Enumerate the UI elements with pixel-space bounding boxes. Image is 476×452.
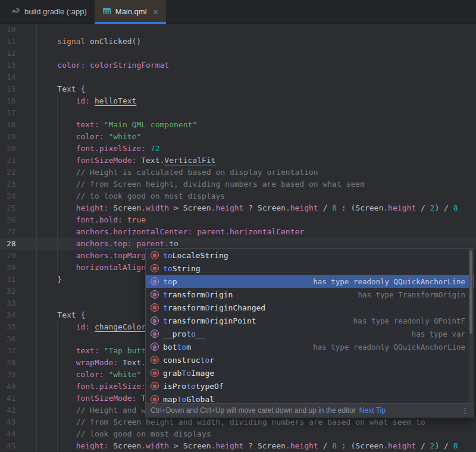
code-row[interactable]: 19 color: "white" bbox=[0, 131, 476, 143]
code-row[interactable]: 44 // look good on most displays bbox=[0, 428, 476, 440]
line-number[interactable]: 33 bbox=[0, 297, 37, 309]
code-line-text: fontSizeMode: Te bbox=[37, 393, 151, 404]
line-number[interactable]: 30 bbox=[0, 262, 37, 274]
completion-item[interactable]: mtoLocaleString bbox=[146, 249, 474, 262]
code-line-text: Text { bbox=[37, 83, 85, 95]
tab-build-gradle[interactable]: build.gradle (:app) bbox=[4, 0, 95, 23]
code-line-text: color: "white" bbox=[37, 131, 141, 143]
line-number[interactable]: 20 bbox=[0, 143, 37, 155]
code-row[interactable]: 12 bbox=[0, 48, 476, 59]
completion-footer: Ctrl+Down and Ctrl+Up will move caret do… bbox=[146, 403, 474, 417]
completion-type-hint: has type readonly QPointF bbox=[346, 316, 465, 325]
completion-item[interactable]: mmapToGlobal bbox=[146, 393, 474, 403]
completion-label: bottom bbox=[163, 343, 191, 351]
code-row[interactable]: 16 id: helloText bbox=[0, 95, 476, 107]
popup-scrollbar-thumb[interactable] bbox=[469, 250, 472, 334]
line-number[interactable]: 31 bbox=[0, 274, 37, 285]
code-line-text: // Height and wi bbox=[37, 404, 151, 416]
close-icon[interactable]: × bbox=[154, 8, 158, 16]
line-number[interactable]: 45 bbox=[0, 440, 37, 452]
code-line-text: // from Screen height, dividing numbers … bbox=[37, 178, 365, 190]
method-icon: m bbox=[151, 369, 159, 377]
popup-scrollbar[interactable] bbox=[469, 249, 473, 403]
completion-item[interactable]: mconstructor bbox=[146, 353, 474, 366]
line-number[interactable]: 29 bbox=[0, 250, 37, 262]
code-row[interactable]: 13 color: colorStringFormat bbox=[0, 59, 476, 71]
code-row[interactable]: 14 bbox=[0, 71, 476, 83]
completion-label: isPrototypeOf bbox=[163, 382, 224, 391]
line-number[interactable]: 11 bbox=[0, 36, 37, 48]
line-number[interactable]: 25 bbox=[0, 202, 37, 214]
code-row[interactable]: 45 height: Screen.width > Screen.height … bbox=[0, 440, 476, 452]
code-row[interactable]: 25 height: Screen.width > Screen.height … bbox=[0, 202, 476, 214]
completion-item[interactable]: mgrabToImage bbox=[146, 366, 474, 379]
line-number[interactable]: 37 bbox=[0, 345, 37, 357]
code-row[interactable]: 17 bbox=[0, 107, 476, 119]
indent-guide bbox=[57, 95, 58, 274]
line-number[interactable]: 13 bbox=[0, 59, 37, 71]
code-row[interactable]: 23 // from Screen height, dividing numbe… bbox=[0, 178, 476, 190]
code-row[interactable]: 24 // to look good on most displays bbox=[0, 190, 476, 202]
tab-label: Main.qml bbox=[115, 7, 147, 16]
code-row[interactable]: 26 font.bold: true bbox=[0, 214, 476, 226]
line-number[interactable]: 36 bbox=[0, 333, 37, 345]
completion-label: toString bbox=[163, 264, 201, 273]
line-number[interactable]: 42 bbox=[0, 404, 37, 416]
completion-item[interactable]: ptransformOriginhas type TransformOrigin bbox=[146, 288, 474, 301]
line-number[interactable]: 26 bbox=[0, 214, 37, 226]
line-number[interactable]: 10 bbox=[0, 24, 37, 36]
method-icon: m bbox=[151, 395, 159, 403]
code-line-text bbox=[37, 285, 39, 297]
code-row[interactable]: 43 // from Screen height and width, divi… bbox=[0, 416, 476, 428]
completion-item[interactable]: p__proto__has type var bbox=[146, 327, 474, 340]
line-number[interactable]: 34 bbox=[0, 309, 37, 321]
line-number[interactable]: 40 bbox=[0, 381, 37, 393]
line-number[interactable]: 27 bbox=[0, 226, 37, 238]
code-line-text bbox=[37, 24, 39, 36]
line-number[interactable]: 39 bbox=[0, 369, 37, 381]
line-number[interactable]: 38 bbox=[0, 357, 37, 369]
code-line-text: text: "Main QML component" bbox=[37, 119, 197, 131]
code-row[interactable]: 20 font.pixelSize: 72 bbox=[0, 143, 476, 155]
line-number[interactable]: 23 bbox=[0, 178, 37, 190]
completion-item[interactable]: ptophas type readonly QQuickAnchorLine bbox=[146, 275, 474, 288]
code-row[interactable]: 18 text: "Main QML component" bbox=[0, 119, 476, 131]
completion-item[interactable]: mtoString bbox=[146, 262, 474, 275]
line-number[interactable]: 22 bbox=[0, 167, 37, 178]
line-number[interactable]: 21 bbox=[0, 155, 37, 167]
code-line-text: // Height is calculated based on display… bbox=[37, 167, 318, 178]
line-number[interactable]: 12 bbox=[0, 48, 37, 59]
line-number[interactable]: 43 bbox=[0, 416, 37, 428]
line-number[interactable]: 35 bbox=[0, 321, 37, 333]
line-number[interactable]: 17 bbox=[0, 107, 37, 119]
line-number[interactable]: 15 bbox=[0, 83, 37, 95]
code-row[interactable]: 10 bbox=[0, 24, 476, 36]
line-number[interactable]: 32 bbox=[0, 285, 37, 297]
code-row[interactable]: 22 // Height is calculated based on disp… bbox=[0, 167, 476, 178]
completion-item[interactable]: misPrototypeOf bbox=[146, 379, 474, 393]
completion-item[interactable]: pbottomhas type readonly QQuickAnchorLin… bbox=[146, 340, 474, 353]
line-number[interactable]: 18 bbox=[0, 119, 37, 131]
line-number[interactable]: 16 bbox=[0, 95, 37, 107]
code-row[interactable]: 11 signal onClicked() bbox=[0, 36, 476, 48]
code-row[interactable]: 21 fontSizeMode: Text.VerticalFit bbox=[0, 155, 476, 167]
completion-popup: mtoLocaleStringmtoStringptophas type rea… bbox=[145, 248, 474, 418]
line-number[interactable]: 28 bbox=[0, 238, 37, 250]
line-number[interactable]: 19 bbox=[0, 131, 37, 143]
line-number[interactable]: 41 bbox=[0, 393, 37, 404]
code-line-text bbox=[37, 71, 39, 83]
completion-item[interactable]: mtransformOriginChanged bbox=[146, 301, 474, 314]
qml-file-icon bbox=[102, 7, 111, 17]
completion-label: constructor bbox=[163, 356, 214, 365]
completion-label: __proto__ bbox=[163, 329, 205, 338]
tab-main-qml[interactable]: Main.qml × bbox=[95, 0, 166, 23]
line-number[interactable]: 44 bbox=[0, 428, 37, 440]
completion-item[interactable]: ptransformOriginPointhas type readonly Q… bbox=[146, 314, 474, 327]
kebab-menu-icon[interactable]: ⋮ bbox=[461, 406, 469, 415]
next-tip-link[interactable]: Next Tip bbox=[359, 406, 386, 415]
code-row[interactable]: 27 anchors.horizontalCenter: parent.hori… bbox=[0, 226, 476, 238]
line-number[interactable]: 24 bbox=[0, 190, 37, 202]
line-number[interactable]: 14 bbox=[0, 71, 37, 83]
code-row[interactable]: 15 Text { bbox=[0, 83, 476, 95]
code-line-text: color: colorStringFormat bbox=[37, 59, 169, 71]
